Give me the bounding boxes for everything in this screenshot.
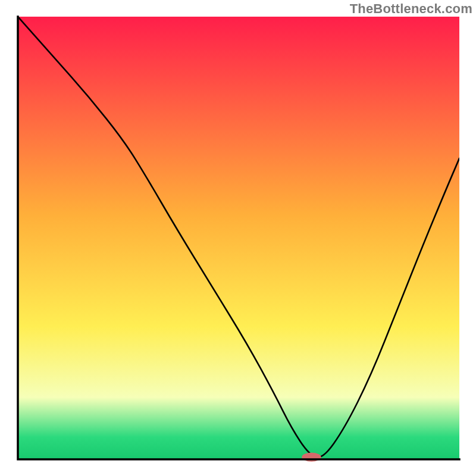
chart-container: TheBottleneck.com [0,0,476,476]
plot-background [18,17,459,459]
watermark-text: TheBottleneck.com [350,1,472,17]
chart-svg [0,0,476,476]
